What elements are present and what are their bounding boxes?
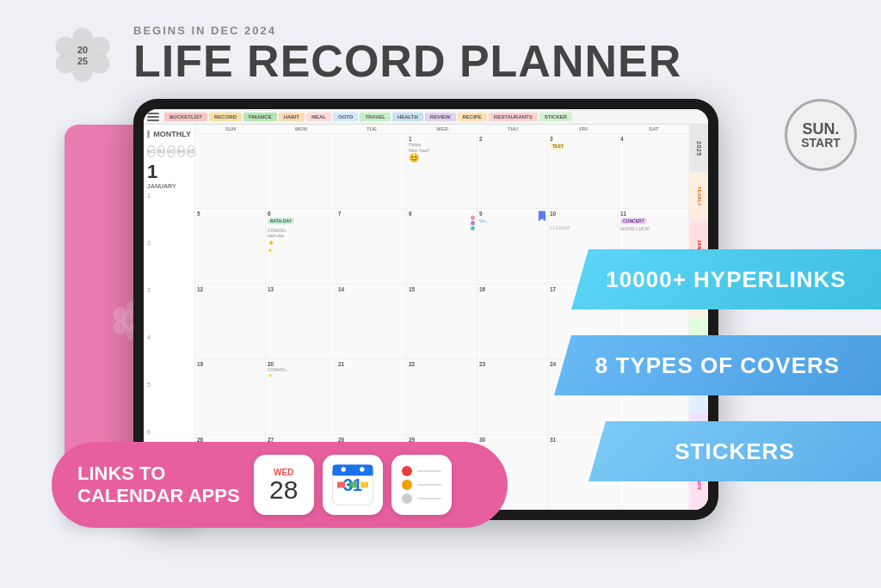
feature-stickers-banner: STICKERS [588,421,881,481]
table-row[interactable]: 2 [477,134,548,209]
reminders-icon[interactable] [391,455,452,515]
calendar-links-banner: LINKS TO CALENDAR APPS WED 28 31 [52,442,508,528]
header-title: LIFE RECORD PLANNER [133,37,681,86]
row-num-5: 5 [147,382,191,388]
day-wed: WED [407,126,477,132]
tab-review[interactable]: REVIEW [425,113,456,121]
week-circle-5[interactable]: W5 [187,145,195,157]
day-sat: SAT [619,126,689,132]
feature-covers-banner: 8 TYPES OF COVERS [554,335,881,395]
feature-hyperlinks-text: 10000+ HYPERLINKS [606,266,846,293]
tab-recipe[interactable]: RECIPE [458,113,487,121]
table-row[interactable]: 8 [407,209,477,284]
table-row[interactable]: 3 TEST [548,134,619,209]
svg-text:20: 20 [77,45,88,55]
week-circle-2[interactable]: W2 [157,145,166,157]
month-name: JANUARY [147,183,191,189]
svg-text:25: 25 [77,56,88,66]
table-row[interactable]: 16 [477,285,548,359]
links-label-line2: CALENDAR APPS [77,485,240,506]
feature-covers-text: 8 TYPES OF COVERS [595,352,840,379]
header-subtitle: BEGINS IN DEC 2024 [133,24,681,37]
row-num-2: 2 [147,240,191,246]
tab-habit[interactable]: HABIT [279,113,305,121]
year-logo: 20 25 [52,24,114,86]
week-circle-3[interactable]: W3 [167,145,176,157]
tab-health[interactable]: HEALTH [392,113,423,121]
reminders-dots [402,466,441,504]
row-num-6: 6 [147,429,191,435]
day-mon: MON [266,126,336,132]
svg-rect-25 [337,481,345,487]
week-circle-4[interactable]: W4 [177,145,186,157]
svg-rect-22 [332,471,373,475]
table-row[interactable]: 9 We... [477,209,548,284]
table-row[interactable]: 12 [195,285,266,359]
table-row[interactable] [336,134,407,209]
tab-bar: BUCKETLIST RECORD FINANCE HABIT MEAL OOT… [144,109,708,125]
table-row[interactable] [195,134,266,209]
table-row[interactable]: 19 [195,359,266,434]
row-num-3: 3 [147,287,191,293]
tab-bucketlist[interactable]: BUCKETLIST [164,113,207,121]
feature-hyperlinks-banner: 10000+ HYPERLINKS [571,249,881,309]
tab-sticker[interactable]: STICKER [539,113,572,121]
day-tue: TUE [336,126,407,132]
app-icons: WED 28 31 [254,455,452,515]
table-row[interactable]: 6 BATH DAY CONAN'sbath day ✦ ✦ [266,209,336,284]
table-row[interactable]: 14 [336,285,407,359]
native-calendar-icon[interactable]: WED 28 [254,455,314,515]
links-label-line1: LINKS TO [77,462,165,484]
hamburger-icon[interactable] [147,113,159,121]
table-row[interactable]: 20 CONAN's... ★ [266,359,336,434]
table-row[interactable]: 15 [407,285,477,359]
tab-ootd[interactable]: OOTD [333,113,358,121]
day-fri: FRI [548,126,619,132]
month-icon [147,130,150,138]
native-cal-num: 28 [269,477,298,503]
table-row[interactable]: 21 [336,359,407,434]
day-sun: SUN [195,126,266,132]
sun-start-line1: SUN. [802,121,839,137]
table-row[interactable]: 7 [336,209,407,284]
tab-travel[interactable]: TRAVEL [360,113,391,121]
tab-finance[interactable]: FINANCE [243,113,277,121]
svg-rect-26 [348,481,356,487]
sun-start-line2: START [801,137,841,149]
table-row[interactable]: 4 [619,134,689,209]
tab-yearly[interactable]: YEARLY [690,173,708,221]
google-calendar-icon[interactable]: 31 [323,455,383,515]
week-circles: W1 W2 W3 W4 W5 [147,145,191,157]
header: BEGINS IN DEC 2024 LIFE RECORD PLANNER [133,24,681,86]
row-num-4: 4 [147,334,191,340]
row-num-1: 1 [147,193,191,199]
svg-rect-27 [360,481,368,487]
sun-start-badge: SUN. START [785,99,857,171]
table-row[interactable]: 5 [195,209,266,284]
big-number: 1 [147,162,191,181]
tab-meal[interactable]: MEAL [306,113,331,121]
table-row[interactable]: 22 [407,359,477,434]
row-numbers: 1 2 3 4 5 6 [147,193,191,435]
table-row[interactable]: 1 HappyNew Year!! 😊 [407,134,477,209]
day-thu: THU [477,126,548,132]
week-circle-1[interactable]: W1 [147,145,156,157]
table-row[interactable]: 23 [477,359,548,434]
table-row[interactable]: 13 [266,285,336,359]
feature-stickers-text: STICKERS [675,438,794,465]
monthly-label: MONTHLY [153,130,191,138]
tab-2025[interactable]: 2025 [690,125,708,173]
tab-restaurants[interactable]: RESTAURANTS [489,113,538,121]
svg-point-24 [360,467,364,471]
day-headers: SUN MON TUE WED THU FRI SAT [195,125,689,134]
tab-record[interactable]: RECORD [209,113,242,121]
links-label: LINKS TO CALENDAR APPS [77,462,240,508]
table-row[interactable] [266,134,336,209]
svg-point-23 [341,467,345,471]
